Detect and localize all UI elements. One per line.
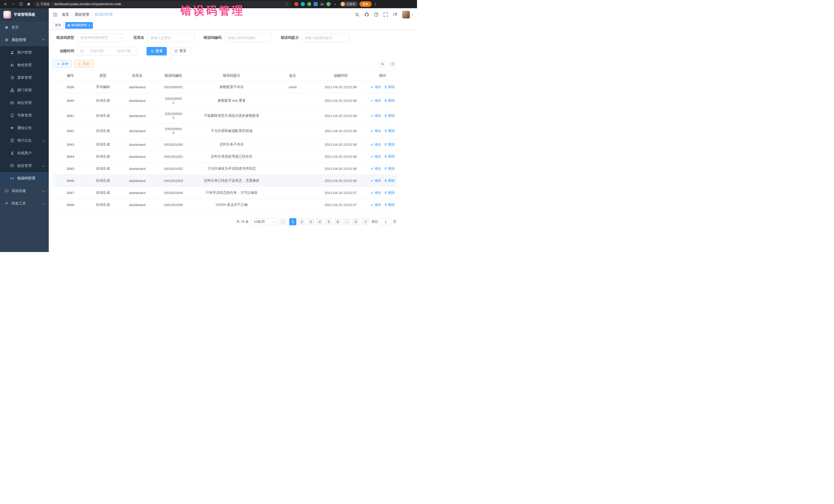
edit-link[interactable]: 修改 <box>371 178 381 183</box>
pagination-page-8[interactable]: 8 <box>352 218 359 225</box>
delete-link[interactable]: 删除 <box>384 154 395 159</box>
fullscreen-icon[interactable] <box>383 12 388 17</box>
sidebar-item-menu[interactable]: 菜单管理 <box>0 71 49 84</box>
search-button[interactable]: 搜索 <box>147 47 167 56</box>
search-icon[interactable] <box>355 12 359 17</box>
export-button[interactable]: 导出 <box>74 60 93 68</box>
github-icon[interactable] <box>365 12 369 17</box>
sidebar-item-audit-log[interactable]: 审计日志 <box>0 134 49 147</box>
delete-link[interactable]: 删除 <box>384 202 395 207</box>
next-page-button[interactable] <box>362 218 369 225</box>
error-message-input[interactable] <box>302 34 349 42</box>
app-name-input[interactable] <box>147 34 195 42</box>
sidebar-item-role[interactable]: 角色管理 <box>0 59 49 71</box>
sidebar-logo[interactable]: 芋道管理系统 <box>0 8 49 21</box>
delete-link[interactable]: 删除 <box>384 129 395 133</box>
edit-link[interactable]: 修改 <box>371 113 381 118</box>
edit-link[interactable]: 修改 <box>371 166 381 171</box>
extension-leaf-icon[interactable] <box>326 2 331 6</box>
edit-link[interactable]: 修改 <box>371 202 381 207</box>
tag-home[interactable]: 首页 <box>52 22 64 29</box>
cell-time: 2021-04-20 23:52:57 <box>312 187 369 198</box>
sidebar-item-system[interactable]: 系统管理 <box>0 34 49 46</box>
edit-link[interactable]: 修改 <box>371 191 381 195</box>
pagination-page-4[interactable]: 4 <box>316 218 323 225</box>
browser-menu-icon[interactable]: ⋮ <box>374 2 377 6</box>
delete-link[interactable]: 删除 <box>384 166 395 171</box>
delete-link[interactable]: 删除 <box>384 178 395 183</box>
sidebar-item-dept[interactable]: 部门管理 <box>0 84 49 96</box>
error-type-select[interactable]: 请选择错误码类型 <box>77 34 125 42</box>
delete-link[interactable]: 删除 <box>384 85 395 89</box>
breadcrumb-system[interactable]: 系统管理 <box>75 12 89 17</box>
browser-forward-icon[interactable] <box>10 1 17 7</box>
refresh-button[interactable] <box>389 60 396 68</box>
font-size-icon[interactable]: TT <box>393 12 397 17</box>
sidebar-item-infra[interactable]: 基础设施 <box>0 184 49 197</box>
breadcrumb-home[interactable]: 首页 <box>62 12 69 17</box>
table-row: 3946自动生成dashboard1001001003定时任务已经处于该状态，无… <box>53 175 396 187</box>
sidebar-item-home[interactable]: 首页 <box>0 21 49 34</box>
delete-link[interactable]: 删除 <box>384 191 395 195</box>
sidebar-item-dev-tools[interactable]: 研发工具 <box>0 197 49 210</box>
tag-error-code[interactable]: 错误码管理 × <box>65 22 93 29</box>
delete-link[interactable]: 删除 <box>384 113 395 118</box>
extension-green-v-icon[interactable]: V <box>307 2 311 6</box>
reset-button[interactable]: 重置 <box>170 47 191 56</box>
sidebar-item-notice[interactable]: 通知公告 <box>0 122 49 134</box>
sidebar-item-user[interactable]: 用户管理 <box>0 46 49 59</box>
profile-chip[interactable]: 已暂停 <box>340 1 358 7</box>
user-menu[interactable] <box>402 11 413 19</box>
browser-update-button[interactable]: 更新 <box>359 1 372 7</box>
cell-message: 参数配置不存在 <box>191 81 273 93</box>
pagination: 共 76 条 10条/页 123456···8 前往 页 <box>53 218 396 232</box>
add-button[interactable]: 新增 <box>53 60 72 68</box>
prev-page-button[interactable] <box>280 218 287 225</box>
sidebar-item-post[interactable]: 岗位管理 <box>0 96 49 109</box>
help-icon[interactable] <box>374 12 378 17</box>
sidebar-item-online-user[interactable]: 在线用户 <box>0 147 49 159</box>
bookmark-star-icon[interactable]: ☆ <box>285 2 288 6</box>
edit-link[interactable]: 修改 <box>371 142 381 147</box>
goto-page-input[interactable] <box>380 218 391 225</box>
sidebar-item-error-code[interactable]: 错误码管理 <box>0 172 49 184</box>
security-chip[interactable]: ⚠ 不安全 <box>37 2 50 6</box>
chevron-down-icon <box>411 14 413 16</box>
edit-link[interactable]: 修改 <box>371 154 381 159</box>
page-size-select[interactable]: 10条/页 <box>251 218 277 225</box>
browser-reload-icon[interactable] <box>18 1 24 7</box>
sidebar-item-dict[interactable]: 字典管理 <box>0 109 49 122</box>
extension-on-badge-icon[interactable]: on <box>320 2 324 6</box>
extension-teal-icon[interactable] <box>301 2 305 6</box>
edit-link[interactable]: 修改 <box>371 98 381 103</box>
table-header: 编号类型应用名错误码编码错误码提示备注创建时间操作 <box>53 70 396 81</box>
pagination-page-5[interactable]: 5 <box>325 218 332 225</box>
pagination-page-1[interactable]: 1 <box>289 218 297 225</box>
edit-link[interactable]: 修改 <box>371 129 381 133</box>
cell-time: 2021-04-20 23:52:56 <box>312 95 369 106</box>
sidebar-item-label: 岗位管理 <box>17 101 31 105</box>
cell-code: 1001001004 <box>156 187 191 198</box>
extension-grid-icon[interactable] <box>313 2 318 6</box>
pagination-page-2[interactable]: 2 <box>298 218 305 225</box>
close-icon[interactable]: × <box>88 24 90 27</box>
edit-link[interactable]: 修改 <box>371 85 381 89</box>
sidebar-item-sms[interactable]: 短信管理 <box>0 159 49 172</box>
browser-back-icon[interactable] <box>3 1 9 7</box>
sidebar-toggle-icon[interactable] <box>52 12 58 17</box>
chevron-down-icon <box>42 202 44 204</box>
delete-link[interactable]: 删除 <box>384 142 395 147</box>
delete-link[interactable]: 删除 <box>384 98 395 103</box>
extension-pin-icon[interactable]: ↘ <box>333 2 337 6</box>
pagination-more[interactable]: ··· <box>343 218 350 225</box>
goto-page: 前往 页 <box>372 218 396 225</box>
profile-avatar-icon <box>341 2 345 6</box>
address-bar[interactable]: ⚠ 不安全 dashboard.yudao.iocoder.cn/system/… <box>34 1 291 7</box>
toggle-search-button[interactable] <box>378 60 386 68</box>
extension-red-icon[interactable] <box>294 2 299 6</box>
error-code-input[interactable] <box>224 34 272 42</box>
pagination-page-3[interactable]: 3 <box>307 218 314 225</box>
date-range-picker[interactable]: 开始日期 - 结束日期 <box>77 47 138 56</box>
browser-home-icon[interactable] <box>26 1 32 7</box>
pagination-page-6[interactable]: 6 <box>334 218 341 225</box>
